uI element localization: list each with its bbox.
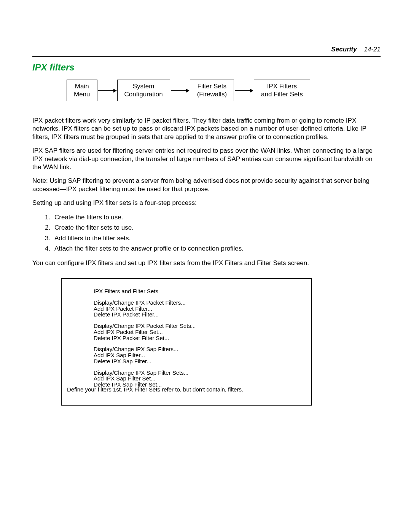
menu-item: Delete IPX Packet Filter... — [94, 312, 306, 318]
list-item: Attach the filter sets to the answer pro… — [52, 243, 381, 254]
terminal-hint: Define your filters 1st. IPX Filter Sets… — [67, 386, 243, 393]
menu-group: Display/Change IPX Sap Filter Sets... Ad… — [94, 370, 306, 388]
list-item: Create the filter sets to use. — [52, 222, 381, 233]
arrow-icon — [235, 90, 253, 91]
list-item: Add filters to the filter sets. — [52, 233, 381, 243]
menu-item: Delete IPX Packet Filter Set... — [94, 335, 306, 341]
paragraph: IPX packet filters work very similarly t… — [32, 117, 381, 141]
paragraph: Note: Using SAP filtering to prevent a s… — [32, 177, 381, 193]
breadcrumb: Main Menu System Configuration Filter Se… — [67, 80, 381, 101]
terminal-screenshot: IPX Filters and Filter Sets Display/Chan… — [61, 278, 381, 406]
crumb-system-configuration: System Configuration — [117, 80, 170, 101]
menu-item: Add IPX Sap Filter... — [94, 352, 306, 358]
crumb-main-menu: Main Menu — [67, 80, 97, 101]
header-section: Security — [331, 46, 357, 53]
menu-item: Display/Change IPX Packet Filters... — [94, 300, 306, 306]
page: Security 14-21 IPX filters Main Menu Sys… — [0, 0, 411, 532]
menu-item: Delete IPX Sap Filter... — [94, 358, 306, 364]
menu-item: Add IPX Packet Filter Set... — [94, 329, 306, 335]
paragraph: IPX SAP filters are used for filtering s… — [32, 147, 381, 171]
arrow-icon — [98, 90, 116, 91]
crumb-filter-sets: Filter Sets (Firewalls) — [190, 80, 234, 101]
terminal-title: IPX Filters and Filter Sets — [94, 288, 306, 294]
paragraph: Setting up and using IPX filter sets is … — [32, 199, 381, 207]
menu-item: Display/Change IPX Sap Filters... — [94, 346, 306, 352]
menu-item: Display/Change IPX Packet Filter Sets... — [94, 323, 306, 329]
paragraph: You can configure IPX filters and set up… — [32, 259, 381, 267]
header-rule — [32, 56, 381, 57]
header-page-number: 14-21 — [364, 46, 381, 53]
section-title: IPX filters — [32, 62, 381, 73]
steps-list: Create the filters to use. Create the fi… — [32, 212, 381, 254]
crumb-ipx-filters: IPX Filters and Filter Sets — [254, 80, 310, 101]
menu-item: Add IPX Packet Filter... — [94, 306, 306, 312]
menu-group: Display/Change IPX Packet Filter Sets...… — [94, 323, 306, 341]
terminal-box: IPX Filters and Filter Sets Display/Chan… — [61, 278, 312, 406]
page-header: Security 14-21 — [32, 46, 381, 53]
menu-item: Add IPX Sap Filter Set... — [94, 375, 306, 382]
body-text: IPX packet filters work very similarly t… — [32, 117, 381, 267]
list-item: Create the filters to use. — [52, 212, 381, 222]
menu-group: Display/Change IPX Packet Filters... Add… — [94, 300, 306, 318]
menu-group: Display/Change IPX Sap Filters... Add IP… — [94, 346, 306, 364]
menu-item: Display/Change IPX Sap Filter Sets... — [94, 370, 306, 376]
arrow-icon — [171, 90, 189, 91]
